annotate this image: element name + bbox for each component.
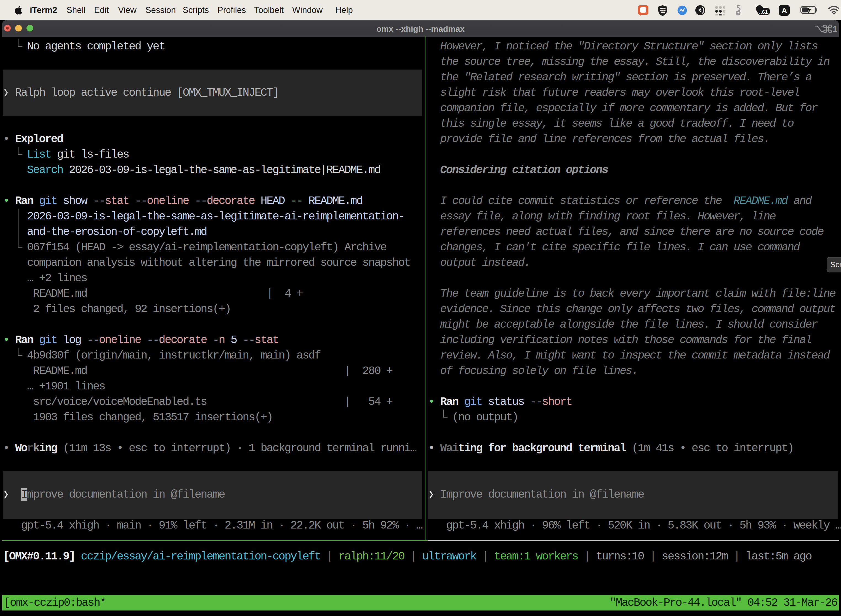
- svg-text:..61: ..61: [759, 9, 768, 15]
- svg-text:A: A: [781, 6, 787, 15]
- svg-text:1: 1: [833, 25, 837, 33]
